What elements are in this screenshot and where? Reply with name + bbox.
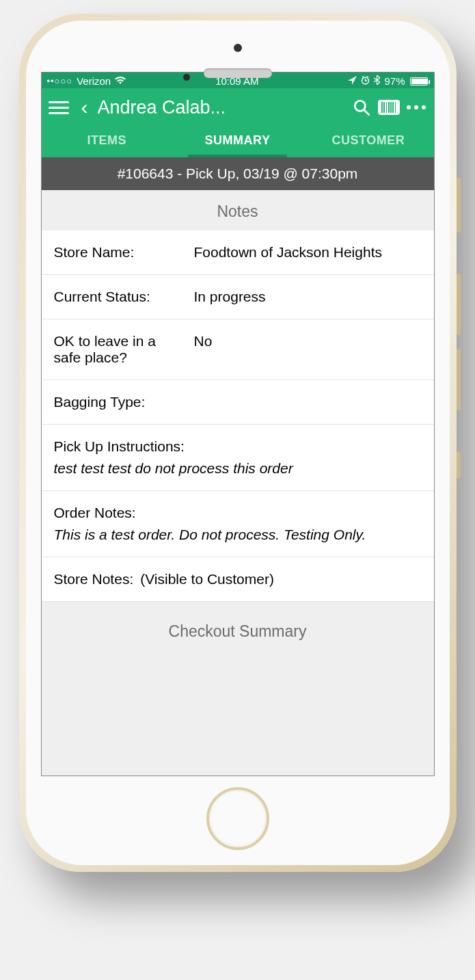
barcode-icon	[378, 100, 400, 115]
alarm-icon	[361, 75, 370, 87]
home-button[interactable]	[206, 787, 269, 850]
status-value: In progress	[194, 289, 266, 305]
bagging-label: Bagging Type:	[54, 394, 180, 410]
bluetooth-icon	[374, 75, 380, 87]
status-row: Current Status: In progress	[42, 275, 434, 319]
notes-list: Store Name: Foodtown of Jackson Heights …	[42, 230, 434, 602]
order-notes-row: Order Notes: This is a test order. Do no…	[42, 491, 434, 557]
barcode-button[interactable]	[378, 96, 400, 118]
more-button[interactable]	[405, 96, 427, 118]
content-scroll[interactable]: Notes Store Name: Foodtown of Jackson He…	[42, 190, 434, 776]
menu-button[interactable]	[49, 101, 69, 114]
carrier-label: Verizon	[77, 75, 111, 87]
checkout-section-header: Checkout Summary	[42, 602, 434, 654]
order-notes-value: This is a test order. Do not process. Te…	[54, 527, 422, 543]
store-name-value: Foodtown of Jackson Heights	[194, 244, 382, 261]
bagging-row: Bagging Type:	[42, 380, 434, 425]
notes-section-header: Notes	[42, 190, 434, 230]
store-notes-row: Store Notes: (Visible to Customer)	[42, 557, 434, 602]
store-notes-label: Store Notes:	[54, 571, 134, 587]
back-button[interactable]: ‹	[74, 97, 92, 118]
more-icon	[407, 105, 426, 109]
ok-leave-value: No	[194, 333, 213, 366]
location-icon	[348, 75, 357, 87]
pickup-instructions-label: Pick Up Instructions:	[54, 438, 422, 455]
app-screen: ••○○○ Verizon 10:09 AM	[41, 72, 435, 776]
battery-pct: 97%	[384, 75, 405, 87]
ok-leave-label: OK to leave in a safe place?	[54, 333, 180, 366]
order-info-bar: #106643 - Pick Up, 03/19 @ 07:30pm	[42, 157, 434, 190]
tab-summary[interactable]: SUMMARY	[172, 125, 303, 157]
signal-dots: ••○○○	[47, 76, 73, 86]
order-notes-label: Order Notes:	[54, 505, 422, 521]
page-title: Andrea Calab...	[98, 97, 226, 118]
wifi-icon	[115, 75, 126, 87]
store-notes-hint: (Visible to Customer)	[140, 571, 274, 587]
ok-leave-row: OK to leave in a safe place? No	[42, 319, 434, 380]
pickup-instructions-value: test test test do not process this order	[54, 460, 422, 477]
pickup-instructions-row: Pick Up Instructions: test test test do …	[42, 425, 434, 491]
store-name-row: Store Name: Foodtown of Jackson Heights	[42, 230, 434, 275]
battery-fill	[411, 79, 427, 84]
tab-customer[interactable]: CUSTOMER	[303, 125, 433, 157]
battery-icon	[410, 77, 428, 85]
search-button[interactable]	[351, 96, 372, 118]
svg-line-2	[364, 109, 369, 115]
store-name-label: Store Name:	[54, 244, 180, 261]
tab-bar: ITEMS SUMMARY CUSTOMER	[42, 125, 434, 157]
tab-items[interactable]: ITEMS	[42, 125, 172, 157]
nav-bar: ‹ Andrea Calab...	[42, 88, 434, 125]
status-label: Current Status:	[54, 289, 180, 305]
